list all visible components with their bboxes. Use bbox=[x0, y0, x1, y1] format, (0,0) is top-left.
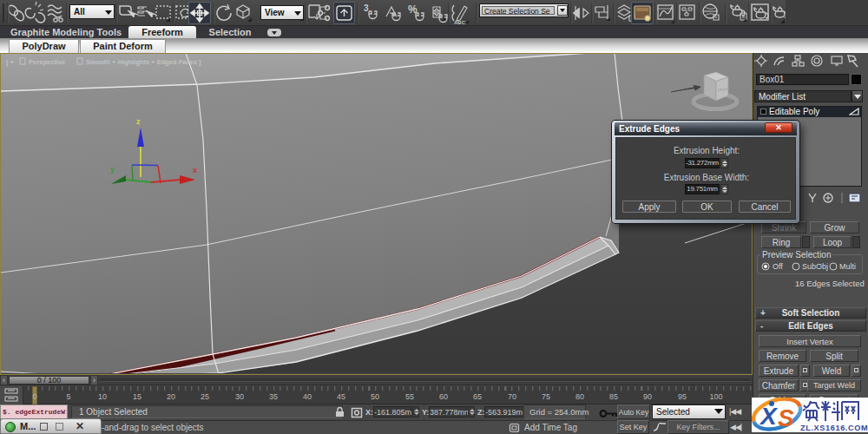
svg-text:X: X bbox=[759, 403, 779, 430]
svg-text:[ +: [ + bbox=[6, 58, 15, 66]
svg-text:y: y bbox=[110, 165, 115, 174]
svg-text:ZL.XS1616.COM: ZL.XS1616.COM bbox=[800, 424, 868, 432]
svg-text:z: z bbox=[136, 117, 141, 126]
svg-text:S: S bbox=[778, 404, 794, 431]
svg-text:Perspective: Perspective bbox=[29, 58, 65, 66]
svg-text:3: 3 bbox=[364, 3, 369, 13]
svg-text:Smooth + Highlights + Edged Fa: Smooth + Highlights + Edged Faces ] bbox=[86, 58, 201, 66]
svg-text:x: x bbox=[193, 166, 197, 174]
svg-text:ABC: ABC bbox=[454, 20, 466, 25]
